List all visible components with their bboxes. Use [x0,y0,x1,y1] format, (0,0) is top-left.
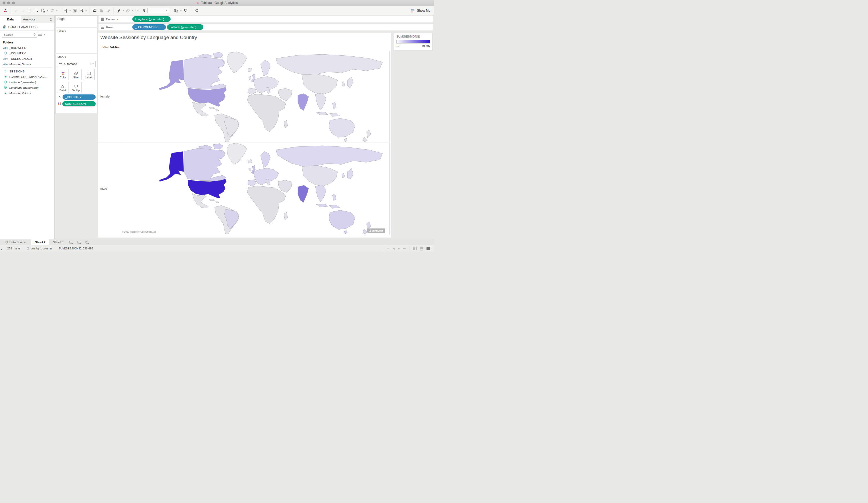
country-india[interactable] [298,94,309,111]
save-button[interactable] [26,7,33,14]
highlight-caret-icon[interactable]: ▾ [122,9,125,12]
search-input[interactable] [2,33,33,36]
color-legend-card[interactable]: SUM(SESSIONS) 10 70,397 [394,33,433,51]
country-southeast-asia[interactable] [316,185,326,202]
tableau-home-icon[interactable] [2,7,9,14]
country-mexico[interactable] [192,193,208,208]
last-page-icon[interactable]: ⏭ [403,247,405,250]
country-ireland[interactable] [249,76,251,80]
country-russia[interactable] [276,54,383,75]
map-female[interactable] [121,51,389,143]
search-box[interactable]: ⚲ [2,32,37,38]
show-cards-caret-icon[interactable]: ▾ [180,9,182,12]
next-page-icon[interactable]: ▶ [398,247,400,250]
country-spain[interactable] [248,180,256,186]
datasource-item[interactable]: GOOGLEANALYTICS [0,23,54,31]
group-caret-icon[interactable]: ▾ [131,9,134,12]
tab-analytics[interactable]: Analytics ▲▼ [21,16,54,23]
country-caribbean[interactable] [209,107,215,109]
unknown-indicator[interactable]: 2 unknown [367,229,385,233]
share-button[interactable] [193,7,199,14]
country-mexico[interactable] [192,102,208,116]
country-spain[interactable] [248,88,256,95]
mark-type-dropdown[interactable]: Automatic ▾ [57,61,96,67]
country-europe[interactable] [253,77,279,94]
pause-updates-button[interactable] [40,7,46,14]
country-indonesia[interactable] [329,113,340,117]
new-worksheet-button[interactable] [62,7,69,14]
sort-ascending-button[interactable] [98,7,105,14]
tab-data[interactable]: Data [0,16,21,23]
country-africa[interactable] [247,94,286,132]
country-canada-arctic[interactable] [213,144,223,149]
row-label-male[interactable]: male [100,187,120,190]
country-greenland[interactable] [227,143,247,164]
pane-options-caret-icon[interactable]: ▾ [43,33,46,36]
country-korea[interactable] [342,173,345,178]
window-close-button[interactable] [3,2,6,4]
country-ireland[interactable] [249,168,251,171]
row-label-female[interactable]: female [100,95,120,98]
country-usa-alaska[interactable] [159,151,184,182]
filters-card[interactable]: Filters [55,28,97,53]
size-button[interactable]: Size [70,69,82,80]
columns-pill-longitude[interactable]: Longitude (generated) [132,16,170,22]
new-worksheet-tab-button[interactable] [67,239,75,245]
country-new-zealand[interactable] [366,130,371,138]
show-filmstrip-icon[interactable] [420,247,423,250]
country-caribbean[interactable] [216,201,219,203]
field-longitude-generated[interactable]: Longitude (generated) [0,85,54,90]
country-tasmania[interactable] [344,231,348,234]
country-canada[interactable] [184,57,226,91]
field-measure-names[interactable]: Measure Names [0,61,54,67]
field-measure-values[interactable]: Measure Values [0,90,54,96]
country-australia[interactable] [329,118,355,138]
tab-data-source[interactable]: Data Source [0,239,31,245]
country-korea[interactable] [342,82,345,86]
country-china[interactable] [302,74,338,95]
first-page-icon[interactable]: ⏮ [387,247,389,250]
field-sessions[interactable]: SESSIONS [0,69,54,74]
rows-pill-usergender[interactable]: _USERGENDER [132,24,166,30]
rows-shelf[interactable]: Rows _USERGENDER Latitude (generated) [98,23,433,31]
fix-axes-button[interactable] [141,7,147,14]
country-europe[interactable] [253,168,279,185]
country-russia[interactable] [276,146,383,167]
field-country[interactable]: _COUNTRY [0,50,54,56]
highlight-button[interactable] [115,7,122,14]
group-members-button[interactable] [125,7,131,14]
presentation-mode-button[interactable] [182,7,189,14]
window-minimize-button[interactable] [7,2,10,4]
country-madagascar[interactable] [284,212,288,220]
duplicate-sheet-button[interactable] [71,7,78,14]
country-indonesia[interactable] [329,205,340,208]
country-philippines[interactable] [332,102,336,109]
country-china[interactable] [302,165,338,186]
fit-selector[interactable]: ▾ [147,8,169,13]
new-story-tab-button[interactable] [83,239,91,245]
country-philippines[interactable] [332,194,336,201]
detail-button[interactable]: Detail [57,82,69,93]
view-as-list-icon[interactable] [38,33,42,37]
tooltip-button[interactable]: Tooltip [70,82,82,93]
pages-card[interactable]: Pages [55,16,97,27]
refresh-button[interactable] [49,7,55,14]
country-scandinavia[interactable] [260,60,270,76]
redo-button[interactable]: → [19,7,26,14]
field-usergender[interactable]: _USERGENDER [0,56,54,61]
country-canada[interactable] [184,148,226,182]
show-mark-labels-button[interactable]: T [134,7,141,14]
show-sheet-sorter-icon[interactable] [413,247,417,250]
sort-descending-button[interactable] [105,7,111,14]
country-middle-east[interactable] [278,180,292,192]
tab-sheet-2[interactable]: Sheet 2 [31,239,49,245]
country-tasmania[interactable] [344,139,348,142]
country-iceland[interactable] [248,68,252,72]
country-middle-east[interactable] [278,89,292,101]
marks-pill-country[interactable]: _COUNTRY [63,94,96,100]
country-southeast-asia[interactable] [316,93,326,110]
pause-updates-caret-icon[interactable]: ▾ [46,9,49,12]
facet-column-header[interactable]: _USERGEN.. [101,45,119,48]
country-indonesia[interactable] [317,204,328,207]
marks-pill-sum-sessions[interactable]: SUM(SESSION.. [62,101,96,106]
